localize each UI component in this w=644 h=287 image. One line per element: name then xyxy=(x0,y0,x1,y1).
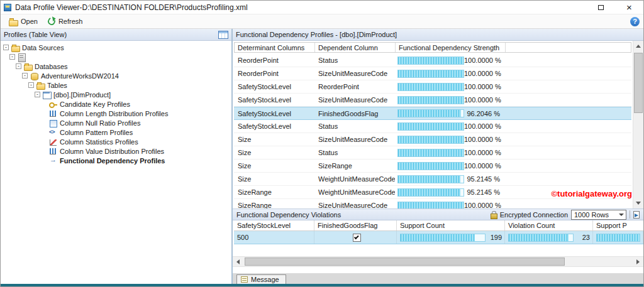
vertical-scroll-thumb[interactable] xyxy=(634,53,643,113)
col-header-functional-dependency-strength[interactable]: Functional Dependency Strength xyxy=(396,43,506,52)
violation-count-cell-value: 23 xyxy=(576,234,592,241)
strength-bar xyxy=(397,175,464,183)
violations-col-header-violation-count[interactable]: Violation Count xyxy=(505,220,593,230)
refresh-icon xyxy=(47,16,57,26)
strength-bar xyxy=(397,122,464,131)
tree-item-candidate-key-profiles[interactable]: Candidate Key Profiles xyxy=(1,99,231,109)
lock-icon xyxy=(491,211,497,218)
tree-item-column-length-distribution-profiles[interactable]: Column Length Distribution Profiles xyxy=(1,109,231,118)
tree-item-functional-dependency-profiles[interactable]: Functional Dependency Profiles xyxy=(1,156,231,165)
fd-filler-cell xyxy=(505,133,631,146)
strength-value: 100.0000 % xyxy=(464,202,505,208)
strength-bar-fill xyxy=(398,136,464,143)
tree-item-column-statistics-profiles[interactable]: Column Statistics Profiles xyxy=(1,137,231,146)
tree-item-label: [dbo].[DimProduct] xyxy=(53,91,111,99)
scroll-right-button[interactable] xyxy=(633,257,643,266)
arrow-right-icon xyxy=(636,259,640,264)
tree-item-label: Data Sources xyxy=(22,44,64,51)
fd-strength-cell: 95.2145 % xyxy=(395,186,505,198)
fd-table-row[interactable]: SizeWeightUnitMeasureCode95.2145 % xyxy=(234,173,631,186)
tree-item-server-node[interactable]: - xyxy=(1,52,231,62)
tree-collapse-toggle[interactable]: - xyxy=(9,54,15,60)
fd-determinant-cell: SafetyStockLevel xyxy=(234,80,314,93)
encrypted-connection-label: Encrypted Connection xyxy=(500,211,568,219)
violation-count-cell: 23 xyxy=(505,231,593,244)
tree-collapse-toggle[interactable]: - xyxy=(16,63,21,69)
fd-dependent-cell: SizeUnitMeasureCode xyxy=(314,133,395,146)
refresh-button[interactable]: Refresh xyxy=(43,16,87,26)
open-button[interactable]: Open xyxy=(4,16,42,26)
horizontal-scroll-thumb[interactable] xyxy=(245,257,565,266)
fd-dependent-cell: SizeUnitMeasureCode xyxy=(314,199,395,208)
fd-determinant-cell: SizeRange xyxy=(234,186,314,198)
tree-item-column-pattern-profiles[interactable]: Column Pattern Profiles xyxy=(1,127,231,137)
scroll-down-button[interactable] xyxy=(633,198,643,208)
bottom-gap xyxy=(233,267,643,273)
violations-col-header-safetystocklevel[interactable]: SafetyStockLevel xyxy=(234,220,314,230)
tree-item-dbo-dimproduct[interactable]: -[dbo].[DimProduct] xyxy=(1,90,231,99)
fd-table-row[interactable]: SizeSizeRange100.0000 % xyxy=(234,160,631,173)
col-header-dependent-column[interactable]: Dependent Column xyxy=(315,43,396,52)
finishedgoodsflag-checkbox[interactable] xyxy=(353,234,361,242)
fd-table-row[interactable]: SafetyStockLevelFinishedGoodsFlag96.2046… xyxy=(234,107,631,120)
strength-value: 100.0000 % xyxy=(464,70,505,77)
violations-header: Functional Dependency Violations Encrypt… xyxy=(233,208,643,220)
fd-determinant-cell: Size xyxy=(234,146,314,159)
scroll-left-button[interactable] xyxy=(233,257,243,266)
help-icon[interactable]: ? xyxy=(630,17,640,26)
rows-dropdown[interactable]: 1000 Rows xyxy=(571,210,626,220)
fd-profiles-table: Determinant Columns Dependent Column Fun… xyxy=(234,42,631,208)
fd-table-row[interactable]: SafetyStockLevelReorderPoint100.0000 % xyxy=(234,80,631,94)
tree-item-label: Candidate Key Profiles xyxy=(60,100,130,108)
tree-item-adventureworksdw2014[interactable]: -AdventureWorksDW2014 xyxy=(1,71,231,80)
tree-item-column-null-ratio-profiles[interactable]: Column Null Ratio Profiles xyxy=(1,118,231,127)
tree-item-tables[interactable]: -Tables xyxy=(1,80,231,90)
violations-col-header-support-p[interactable]: Support P xyxy=(593,220,643,230)
fd-strength-cell: 100.0000 % xyxy=(395,67,505,80)
fd-table-row[interactable]: SizeStatus100.0000 % xyxy=(234,146,631,160)
fd-determinant-cell: SafetyStockLevel xyxy=(234,107,314,119)
scroll-up-button[interactable] xyxy=(633,41,643,51)
violations-col-header-finishedgoodsflag[interactable]: FinishedGoodsFlag xyxy=(314,220,397,230)
stats-icon xyxy=(49,138,57,146)
tree-item-databases[interactable]: -Databases xyxy=(1,62,231,71)
dropdown-arrow[interactable] xyxy=(617,214,626,216)
strength-bar xyxy=(397,109,464,117)
tab-message[interactable]: Message xyxy=(236,274,286,284)
fd-table-row[interactable]: ReorderPointSizeUnitMeasureCode100.0000 … xyxy=(234,67,631,80)
fd-table-row[interactable]: ReorderPointStatus100.0000 % xyxy=(234,54,631,67)
tree-item-data-sources[interactable]: -Data Sources xyxy=(1,43,231,52)
horizontal-scrollbar[interactable] xyxy=(233,256,643,267)
fd-table-row[interactable]: SafetyStockLevelSizeUnitMeasureCode100.0… xyxy=(234,94,631,107)
fd-icon xyxy=(49,157,57,165)
window-title: Data Profile Viewer-D:\DESTINATION FOLDE… xyxy=(15,3,248,12)
violation-count-cell-bar-fill xyxy=(509,234,569,241)
tree-collapse-toggle[interactable]: - xyxy=(3,45,9,50)
fd-table-row[interactable]: SizeSizeUnitMeasureCode100.0000 % xyxy=(234,133,631,146)
violations-table-header: SafetyStockLevelFinishedGoodsFlagSupport… xyxy=(234,220,643,231)
strength-bar xyxy=(397,202,464,209)
fd-dependent-cell: Status xyxy=(314,146,395,159)
fd-dependent-cell: Status xyxy=(314,120,395,133)
col-header-filler xyxy=(506,43,631,52)
tree-collapse-toggle[interactable]: - xyxy=(35,92,40,97)
strength-value: 100.0000 % xyxy=(464,57,505,64)
close-button[interactable]: × xyxy=(615,1,643,14)
violations-filler xyxy=(233,244,643,256)
col-header-determinant-columns[interactable]: Determinant Columns xyxy=(235,43,315,52)
table-view-icon[interactable] xyxy=(218,31,228,39)
window-controls: × xyxy=(587,1,643,14)
vertical-scrollbar[interactable] xyxy=(633,41,643,208)
tree-item-label: Tables xyxy=(47,82,67,89)
fd-table-row[interactable]: SafetyStockLevelStatus100.0000 % xyxy=(234,120,631,133)
tree-collapse-toggle[interactable]: - xyxy=(22,73,28,79)
export-icon[interactable] xyxy=(633,211,640,219)
maximize-button[interactable] xyxy=(587,1,615,14)
violations-col-header-support-count[interactable]: Support Count xyxy=(397,220,505,230)
tree-item-column-value-distribution-profiles[interactable]: Column Value Distribution Profiles xyxy=(1,146,231,156)
violations-table-row[interactable]: 50019923 xyxy=(234,231,643,244)
fd-table-row[interactable]: SizeRangeSizeUnitMeasureCode100.0000 % xyxy=(234,199,631,208)
fd-strength-cell: 100.0000 % xyxy=(395,94,505,106)
tree-collapse-toggle[interactable]: - xyxy=(28,82,34,88)
tree-item-label: Databases xyxy=(35,63,68,70)
